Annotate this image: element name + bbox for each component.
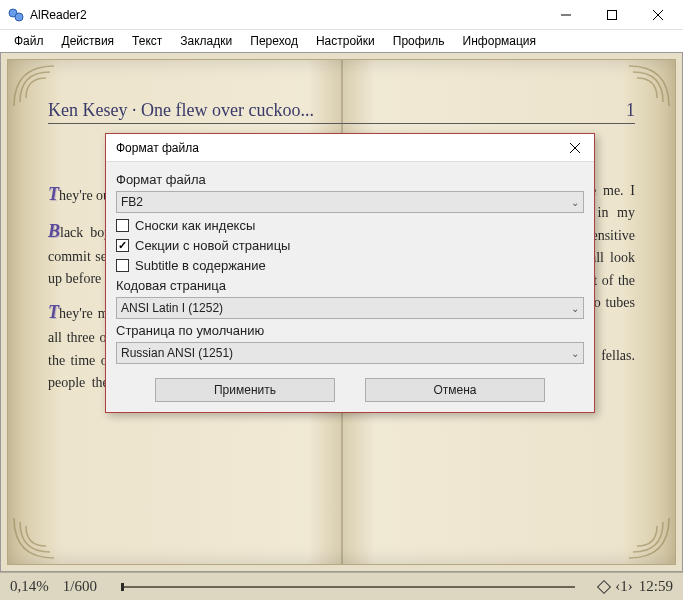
menu-text[interactable]: Текст [124, 32, 170, 50]
chevron-down-icon: ⌄ [571, 197, 579, 208]
minimize-button[interactable] [543, 0, 589, 30]
menu-file[interactable]: Файл [6, 32, 52, 50]
window-title: AlReader2 [30, 8, 543, 22]
cancel-button[interactable]: Отмена [365, 378, 545, 402]
status-page: 1/600 [63, 578, 97, 595]
menu-info[interactable]: Информация [455, 32, 544, 50]
menu-bookmarks[interactable]: Закладки [172, 32, 240, 50]
footnotes-checkbox[interactable] [116, 219, 129, 232]
position-slider[interactable] [121, 586, 575, 588]
defaultpage-select[interactable]: Russian ANSI (1251) ⌄ [116, 342, 584, 364]
svg-point-1 [15, 13, 23, 21]
dialog-title: Формат файла [116, 141, 560, 155]
chevron-down-icon: ⌄ [571, 348, 579, 359]
menu-bar: Файл Действия Текст Закладки Переход Нас… [0, 30, 683, 52]
book-author-title: Ken Kesey · One flew over cuckoo... [48, 100, 314, 121]
menu-settings[interactable]: Настройки [308, 32, 383, 50]
codepage-select[interactable]: ANSI Latin I (1252) ⌄ [116, 297, 584, 319]
sections-checkbox[interactable] [116, 239, 129, 252]
menu-goto[interactable]: Переход [242, 32, 306, 50]
app-icon [8, 7, 24, 23]
codepage-label: Кодовая страница [116, 278, 584, 293]
defaultpage-label: Страница по умолчанию [116, 323, 584, 338]
defaultpage-value: Russian ANSI (1251) [121, 346, 233, 360]
status-time: 12:59 [639, 578, 673, 595]
subtitle-checkbox[interactable] [116, 259, 129, 272]
codepage-value: ANSI Latin I (1252) [121, 301, 223, 315]
page-header: Ken Kesey · One flew over cuckoo... 1 [48, 100, 635, 124]
chevron-down-icon: ⌄ [571, 303, 579, 314]
file-format-dialog: Формат файла Формат файла FB2 ⌄ Сноски к… [105, 133, 595, 413]
menu-profile[interactable]: Профиль [385, 32, 453, 50]
close-button[interactable] [635, 0, 681, 30]
subtitle-label: Subtitle в содержание [135, 258, 266, 273]
sections-label: Секции с новой страницы [135, 238, 290, 253]
diamond-icon [597, 579, 611, 593]
status-bar: 0,14% 1/600 ‹1› 12:59 [0, 572, 683, 600]
footnotes-label: Сноски как индексы [135, 218, 255, 233]
dialog-close-button[interactable] [560, 135, 590, 161]
maximize-button[interactable] [589, 0, 635, 30]
svg-rect-3 [608, 10, 617, 19]
status-percent: 0,14% [10, 578, 49, 595]
status-right-value: ‹1› [615, 578, 633, 595]
menu-actions[interactable]: Действия [54, 32, 123, 50]
dialog-titlebar[interactable]: Формат файла [106, 134, 594, 162]
format-label: Формат файла [116, 172, 584, 187]
dialog-body: Формат файла FB2 ⌄ Сноски как индексы Се… [106, 162, 594, 412]
format-select[interactable]: FB2 ⌄ [116, 191, 584, 213]
page-number: 1 [626, 100, 635, 121]
apply-button[interactable]: Применить [155, 378, 335, 402]
title-bar: AlReader2 [0, 0, 683, 30]
format-value: FB2 [121, 195, 143, 209]
